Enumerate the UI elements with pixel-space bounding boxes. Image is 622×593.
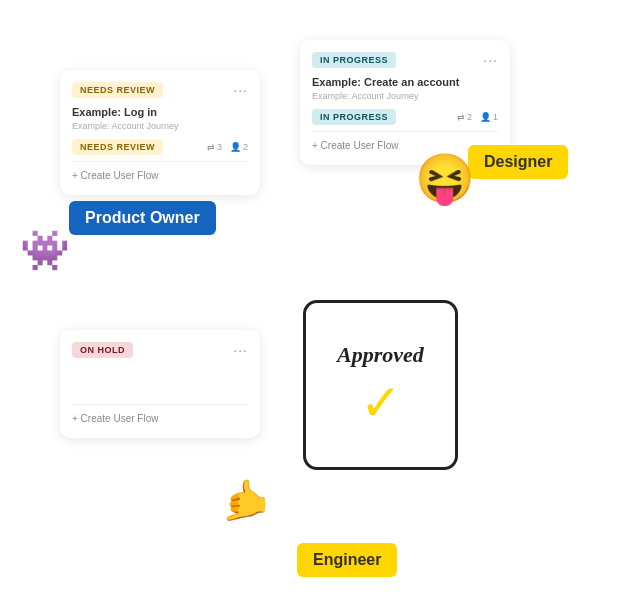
card-needs-review: NEEDS REVIEW ··· Example: Log in Example… — [60, 70, 260, 195]
card-title-right: Example: Create an account — [312, 76, 498, 88]
card-on-hold: ON HOLD ··· + Create User Flow — [60, 330, 260, 438]
meta-connections-right: ⇄ 2 — [457, 112, 472, 122]
card-menu-dots-right[interactable]: ··· — [483, 52, 498, 68]
badge-footer-in-progress: IN PROGRESS — [312, 109, 396, 125]
badge-footer-needs-review: NEEDS REVIEW — [72, 139, 163, 155]
create-flow-left[interactable]: + Create User Flow — [72, 161, 248, 183]
label-designer: Designer — [468, 145, 568, 179]
meta-connections: ⇄ 3 — [207, 142, 222, 152]
hand-emoji: 🤙 — [220, 480, 270, 520]
badge-in-progress: IN PROGRESS — [312, 52, 396, 68]
badge-needs-review: NEEDS REVIEW — [72, 82, 163, 98]
approved-text: Approved — [337, 342, 424, 368]
label-product-owner: Product Owner — [69, 201, 216, 235]
card-menu-dots-bottom[interactable]: ··· — [233, 342, 248, 358]
card-subtitle-right: Example: Account Journey — [312, 91, 498, 101]
face-emoji: 😝 — [415, 155, 475, 203]
create-flow-bottom[interactable]: + Create User Flow — [72, 404, 248, 426]
card-meta-right: ⇄ 2 👤 1 — [457, 112, 498, 122]
card-header-bottom: ON HOLD ··· — [72, 342, 248, 358]
approved-box: Approved ✓ — [303, 300, 458, 470]
card-subtitle: Example: Account Journey — [72, 121, 248, 131]
badge-on-hold: ON HOLD — [72, 342, 133, 358]
card-footer: NEEDS REVIEW ⇄ 3 👤 2 — [72, 139, 248, 155]
meta-users: 👤 2 — [230, 142, 248, 152]
card-menu-dots[interactable]: ··· — [233, 82, 248, 98]
card-meta: ⇄ 3 👤 2 — [207, 142, 248, 152]
card-footer-right: IN PROGRESS ⇄ 2 👤 1 — [312, 109, 498, 125]
scene: NEEDS REVIEW ··· Example: Log in Example… — [0, 0, 622, 593]
card-title: Example: Log in — [72, 106, 248, 118]
checkmark-icon: ✓ — [360, 378, 402, 428]
monster-emoji: 👾 — [20, 230, 70, 270]
card-header: NEEDS REVIEW ··· — [72, 82, 248, 98]
card-header-right: IN PROGRESS ··· — [312, 52, 498, 68]
meta-users-right: 👤 1 — [480, 112, 498, 122]
label-engineer: Engineer — [297, 543, 397, 577]
